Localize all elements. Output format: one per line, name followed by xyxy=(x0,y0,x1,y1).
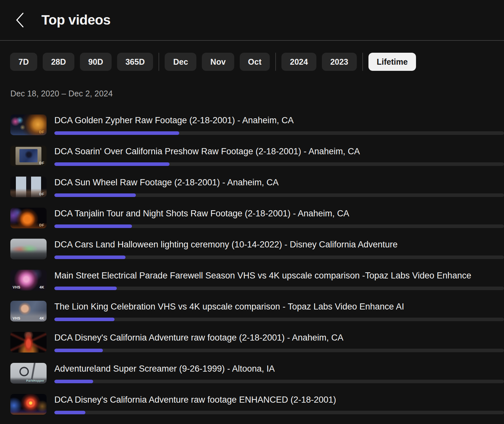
filter-chips: 7D28D90D365DDecNovOct20242023Lifetime xyxy=(10,53,504,71)
video-row[interactable]: ParkHopper Adventureland Super Screamer … xyxy=(10,363,504,384)
video-row-main: DCA Soarin' Over California Preshow Raw … xyxy=(54,146,504,166)
video-row[interactable]: DCA Cars Land Halloween lighting ceremon… xyxy=(10,239,504,259)
video-row[interactable]: DF DCA Sun Wheel Raw Footage (2-18-2001)… xyxy=(10,177,504,197)
video-thumbnail: DF xyxy=(10,114,47,135)
video-list: DF DCA Golden Zypher Raw Footage (2-18-2… xyxy=(0,114,504,415)
video-views-bar-fill xyxy=(54,318,115,321)
video-thumbnail: DF xyxy=(10,146,47,166)
video-thumbnail: DF xyxy=(10,177,47,197)
video-title: DCA Golden Zypher Raw Footage (2-18-2001… xyxy=(54,115,504,126)
chip-group-divider xyxy=(159,53,159,71)
video-title: DCA Disney's California Adventure raw fo… xyxy=(54,395,504,405)
video-row-main: Adventureland Super Screamer (9-26-1999)… xyxy=(54,363,504,384)
filter-chip-nov[interactable]: Nov xyxy=(202,53,234,71)
video-thumbnail xyxy=(10,239,47,259)
page-title: Top videos xyxy=(41,12,111,28)
video-views-bar-fill xyxy=(54,349,103,352)
video-views-bar-track xyxy=(54,380,504,383)
date-range-label: Dec 18, 2020 – Dec 2, 2024 xyxy=(10,89,504,98)
chevron-left-icon xyxy=(15,12,24,28)
video-views-bar-track xyxy=(54,318,504,321)
video-thumbnail xyxy=(10,332,47,353)
filter-chip-lifetime[interactable]: Lifetime xyxy=(368,53,416,71)
video-views-bar-track xyxy=(54,287,504,290)
chip-group-divider xyxy=(275,53,276,71)
video-row-main: DCA Sun Wheel Raw Footage (2-18-2001) - … xyxy=(54,177,504,197)
video-views-bar-fill xyxy=(54,131,179,135)
video-views-bar-fill xyxy=(54,287,117,290)
video-views-bar-track xyxy=(54,224,504,228)
video-views-bar-track xyxy=(54,349,504,352)
thumbnail-badge: VHS xyxy=(13,286,20,289)
video-title: The Lion King Celebration VHS vs 4K upsc… xyxy=(54,301,504,312)
thumbnail-badge: DF xyxy=(39,223,44,227)
video-views-bar-fill xyxy=(54,380,93,383)
thumbnail-badge: DF xyxy=(39,161,44,165)
video-views-bar-track xyxy=(54,131,504,135)
video-views-bar-fill xyxy=(54,224,132,228)
video-row-main: DCA Disney's California Adventure raw fo… xyxy=(54,394,504,415)
header: Top videos xyxy=(0,0,504,41)
video-thumbnail: DF xyxy=(10,208,47,228)
video-title: DCA Soarin' Over California Preshow Raw … xyxy=(54,146,504,157)
video-title: DCA Disney's California Adventure raw fo… xyxy=(54,332,504,343)
video-row[interactable]: VHS4K The Lion King Celebration VHS vs 4… xyxy=(10,301,504,321)
video-thumbnail: VHS4K xyxy=(10,270,47,290)
thumbnail-badge: 4K xyxy=(39,317,44,320)
chip-group-divider xyxy=(362,53,363,71)
video-title: DCA Cars Land Halloween lighting ceremon… xyxy=(54,239,504,250)
video-thumbnail: ParkHopper xyxy=(10,363,47,384)
filter-chip-365d[interactable]: 365D xyxy=(117,53,153,71)
video-views-bar-track xyxy=(54,193,504,197)
video-row[interactable]: DF DCA Golden Zypher Raw Footage (2-18-2… xyxy=(10,114,504,135)
video-title: DCA Sun Wheel Raw Footage (2-18-2001) - … xyxy=(54,177,504,188)
video-thumbnail: VHS4K xyxy=(10,301,47,321)
video-views-bar-fill xyxy=(54,411,85,414)
video-title: DCA Tanjalin Tour and Night Shots Raw Fo… xyxy=(54,208,504,219)
thumbnail-badge: DF xyxy=(39,130,44,134)
video-row[interactable]: VHS4K Main Street Electrical Parade Fare… xyxy=(10,270,504,290)
filter-chip-7d[interactable]: 7D xyxy=(10,53,37,71)
filter-chip-2024[interactable]: 2024 xyxy=(281,53,316,71)
thumbnail-badge: 4K xyxy=(39,286,44,289)
video-row-main: DCA Tanjalin Tour and Night Shots Raw Fo… xyxy=(54,208,504,228)
filter-chip-28d[interactable]: 28D xyxy=(43,53,74,71)
video-row[interactable]: DCA Disney's California Adventure raw fo… xyxy=(10,332,504,353)
video-row[interactable]: DF DCA Soarin' Over California Preshow R… xyxy=(10,146,504,166)
video-views-bar-track xyxy=(54,255,504,259)
video-views-bar-track xyxy=(54,411,504,414)
thumbnail-badge: VHS xyxy=(13,317,20,320)
video-views-bar-fill xyxy=(54,255,126,259)
video-row-main: The Lion King Celebration VHS vs 4K upsc… xyxy=(54,301,504,321)
filter-chip-2023[interactable]: 2023 xyxy=(322,53,357,71)
filter-chip-oct[interactable]: Oct xyxy=(240,53,270,71)
video-views-bar-track xyxy=(54,162,504,166)
video-row[interactable]: DCA Disney's California Adventure raw fo… xyxy=(10,394,504,415)
video-views-bar-fill xyxy=(54,162,170,166)
back-button[interactable] xyxy=(14,12,25,28)
video-row-main: DCA Disney's California Adventure raw fo… xyxy=(54,332,504,353)
video-row-main: DCA Golden Zypher Raw Footage (2-18-2001… xyxy=(54,114,504,135)
video-row-main: DCA Cars Land Halloween lighting ceremon… xyxy=(54,239,504,259)
filter-chip-dec[interactable]: Dec xyxy=(165,53,196,71)
video-title: Adventureland Super Screamer (9-26-1999)… xyxy=(54,364,504,374)
video-row-main: Main Street Electrical Parade Farewell S… xyxy=(54,270,504,290)
thumbnail-badge: ParkHopper xyxy=(26,379,44,382)
video-title: Main Street Electrical Parade Farewell S… xyxy=(54,270,504,281)
thumbnail-badge: DF xyxy=(39,192,44,196)
filter-chip-90d[interactable]: 90D xyxy=(80,53,112,71)
video-thumbnail xyxy=(10,394,47,415)
video-row[interactable]: DF DCA Tanjalin Tour and Night Shots Raw… xyxy=(10,208,504,228)
top-videos-screen: Top videos 7D28D90D365DDecNovOct20242023… xyxy=(0,0,504,424)
video-views-bar-fill xyxy=(54,193,136,197)
